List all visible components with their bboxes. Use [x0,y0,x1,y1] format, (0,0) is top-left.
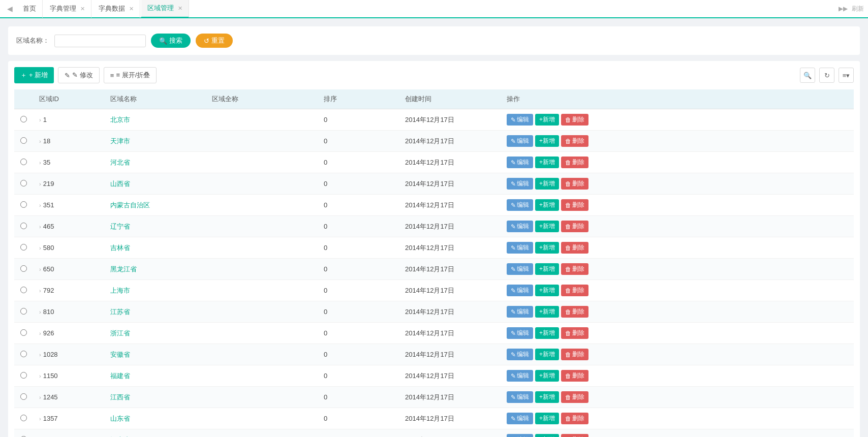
row-expand-7[interactable]: › [39,266,41,272]
row-expand-1[interactable]: › [39,138,41,144]
row-delete-btn-13[interactable]: 🗑 删除 [561,391,588,403]
row-radio-10[interactable] [20,329,27,336]
row-select-5[interactable] [14,216,33,237]
row-name-link-5[interactable]: 辽宁省 [110,223,130,230]
row-radio-14[interactable] [20,415,27,421]
column-settings-btn[interactable]: ≡▾ [839,68,854,83]
row-delete-btn-14[interactable]: 🗑 删除 [561,413,588,424]
row-radio-5[interactable] [20,223,27,229]
tab-dict-mgmt[interactable]: 字典管理 ✕ [44,0,91,18]
row-edit-btn-6[interactable]: ✎ 编辑 [507,242,533,254]
row-expand-0[interactable]: › [39,117,41,123]
row-radio-13[interactable] [20,393,27,400]
row-add-btn-5[interactable]: +新增 [535,221,559,232]
row-delete-btn-5[interactable]: 🗑 删除 [561,221,588,232]
edit-button[interactable]: ✎ ✎ 修改 [58,67,100,83]
reset-button[interactable]: ↺ 重置 [196,34,233,48]
row-name-link-9[interactable]: 江苏省 [110,308,130,316]
row-delete-btn-9[interactable]: 🗑 删除 [561,306,588,318]
row-add-btn-10[interactable]: +新增 [535,327,559,339]
row-expand-14[interactable]: › [39,416,41,422]
row-add-btn-11[interactable]: +新增 [535,349,559,360]
row-delete-btn-3[interactable]: 🗑 删除 [561,178,588,190]
row-edit-btn-0[interactable]: ✎ 编辑 [507,114,533,126]
row-add-btn-15[interactable]: +新增 [535,434,559,437]
row-select-2[interactable] [14,152,33,173]
row-edit-btn-3[interactable]: ✎ 编辑 [507,178,533,190]
row-edit-btn-12[interactable]: ✎ 编辑 [507,370,533,382]
row-add-btn-9[interactable]: +新增 [535,306,559,318]
row-radio-0[interactable] [20,116,27,122]
tab-home[interactable]: 首页 [17,0,43,18]
row-radio-1[interactable] [20,137,27,144]
row-delete-btn-10[interactable]: 🗑 删除 [561,327,588,339]
row-name-link-2[interactable]: 河北省 [110,159,130,166]
row-name-link-12[interactable]: 福建省 [110,372,130,380]
row-select-0[interactable] [14,109,33,131]
row-select-14[interactable] [14,408,33,429]
row-select-10[interactable] [14,323,33,344]
refresh-btn[interactable]: 刷新 [852,5,864,13]
row-radio-9[interactable] [20,308,27,315]
row-radio-11[interactable] [20,351,27,357]
row-select-13[interactable] [14,387,33,408]
tab-region-mgmt-close[interactable]: ✕ [178,5,182,12]
forward-arrow[interactable]: ▶▶ [839,5,848,12]
row-edit-btn-15[interactable]: ✎ 编辑 [507,434,533,437]
row-name-link-13[interactable]: 江西省 [110,393,130,401]
row-expand-12[interactable]: › [39,373,41,379]
row-radio-2[interactable] [20,159,27,165]
row-select-7[interactable] [14,259,33,280]
row-delete-btn-7[interactable]: 🗑 删除 [561,263,588,275]
row-expand-11[interactable]: › [39,352,41,358]
row-edit-btn-13[interactable]: ✎ 编辑 [507,391,533,403]
row-add-btn-13[interactable]: +新增 [535,391,559,403]
row-select-12[interactable] [14,365,33,387]
row-delete-btn-0[interactable]: 🗑 删除 [561,114,588,126]
row-add-btn-2[interactable]: +新增 [535,157,559,168]
row-delete-btn-4[interactable]: 🗑 删除 [561,199,588,211]
row-delete-btn-15[interactable]: 🗑 删除 [561,434,588,437]
row-edit-btn-10[interactable]: ✎ 编辑 [507,327,533,339]
row-select-8[interactable] [14,280,33,301]
row-delete-btn-11[interactable]: 🗑 删除 [561,349,588,360]
back-arrow[interactable]: ◀ [4,5,16,13]
tab-dict-mgmt-close[interactable]: ✕ [80,6,85,12]
row-edit-btn-14[interactable]: ✎ 编辑 [507,413,533,424]
tab-dict-data[interactable]: 字典数据 ✕ [92,0,140,18]
expand-button[interactable]: ≡ ≡ 展开/折叠 [104,67,157,83]
row-edit-btn-8[interactable]: ✎ 编辑 [507,285,533,296]
add-button[interactable]: ＋ + 新增 [14,67,54,83]
row-add-btn-3[interactable]: +新增 [535,178,559,190]
row-name-link-7[interactable]: 黑龙江省 [110,265,137,273]
row-radio-6[interactable] [20,244,27,251]
row-select-3[interactable] [14,173,33,195]
row-delete-btn-2[interactable]: 🗑 删除 [561,157,588,168]
row-expand-13[interactable]: › [39,394,41,400]
row-select-4[interactable] [14,195,33,216]
row-edit-btn-4[interactable]: ✎ 编辑 [507,199,533,211]
row-expand-10[interactable]: › [39,330,41,336]
row-expand-2[interactable]: › [39,160,41,166]
row-name-link-6[interactable]: 吉林省 [110,244,130,252]
row-expand-8[interactable]: › [39,288,41,294]
row-expand-4[interactable]: › [39,202,41,208]
row-radio-4[interactable] [20,201,27,208]
row-radio-7[interactable] [20,265,27,272]
row-delete-btn-6[interactable]: 🗑 删除 [561,242,588,254]
row-add-btn-8[interactable]: +新增 [535,285,559,296]
row-add-btn-4[interactable]: +新增 [535,199,559,211]
row-expand-6[interactable]: › [39,245,41,251]
refresh-table-btn[interactable]: ↻ [819,68,834,83]
row-name-link-11[interactable]: 安徽省 [110,351,130,358]
row-add-btn-12[interactable]: +新增 [535,370,559,382]
row-expand-5[interactable]: › [39,224,41,230]
row-name-link-0[interactable]: 北京市 [110,116,130,123]
row-edit-btn-1[interactable]: ✎ 编辑 [507,135,533,147]
row-name-link-4[interactable]: 内蒙古自治区 [110,201,150,209]
row-delete-btn-12[interactable]: 🗑 删除 [561,370,588,382]
row-name-link-14[interactable]: 山东省 [110,415,130,422]
row-edit-btn-11[interactable]: ✎ 编辑 [507,349,533,360]
search-toggle-btn[interactable]: 🔍 [800,68,815,83]
row-select-15[interactable] [14,429,33,438]
